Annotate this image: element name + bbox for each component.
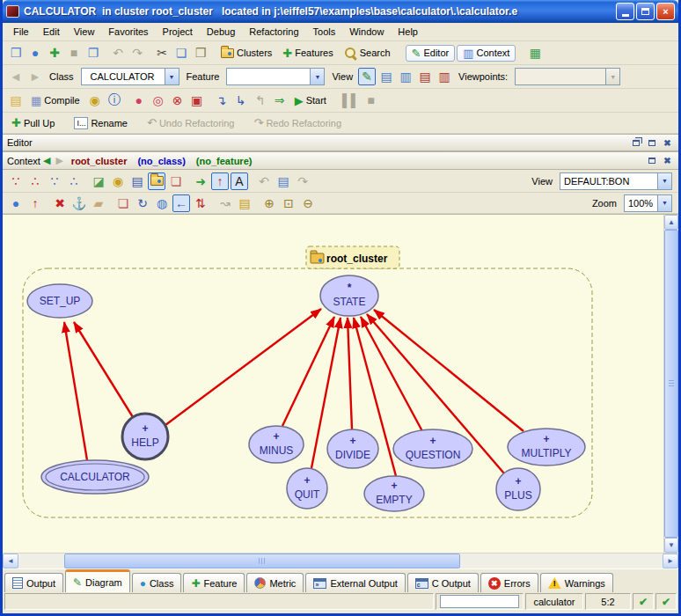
class-color-icon[interactable]: ❏ bbox=[167, 172, 185, 190]
maximize-button[interactable] bbox=[636, 3, 655, 20]
diagram-history-icon[interactable]: ▤ bbox=[275, 172, 292, 190]
vertical-scrollbar[interactable]: ▲ ▼ bbox=[663, 215, 678, 553]
back-history-icon[interactable]: ← bbox=[172, 194, 190, 212]
open-target-icon[interactable]: ● bbox=[26, 44, 44, 62]
features-button[interactable]: ✚Features bbox=[278, 45, 337, 62]
step-into-icon[interactable]: ↳ bbox=[232, 92, 250, 109]
feature-combo[interactable]: ▼ bbox=[226, 68, 325, 85]
formatted-view-icon[interactable]: ▤ bbox=[377, 68, 395, 85]
cluster-tab-root_cluster[interactable]: root_cluster bbox=[306, 246, 399, 268]
diagram-canvas[interactable]: root_clusterSET_UP*STATE+HELPCALCULATOR+… bbox=[3, 215, 663, 553]
title-bar[interactable]: CALCULATOR in cluster root_cluster locat… bbox=[3, 0, 678, 23]
delete-figure-icon[interactable]: ✖ bbox=[51, 194, 69, 212]
text-view-icon[interactable]: ▥ bbox=[397, 68, 414, 85]
context-feature-crumb[interactable]: (no_feature) bbox=[196, 156, 253, 166]
layout-settings-icon[interactable]: ▤ bbox=[236, 194, 253, 212]
info-icon[interactable]: ⓘ bbox=[106, 92, 123, 109]
class-node-EMPTY[interactable]: +EMPTY bbox=[364, 476, 424, 511]
diagram-view-combo[interactable]: DEFAULT:BON ▼ bbox=[560, 172, 672, 190]
class-node-DIVIDE[interactable]: +DIVIDE bbox=[327, 429, 378, 468]
class-node-SET_UP[interactable]: SET_UP bbox=[27, 284, 92, 318]
inheritance-link-CALCULATOR-to-SET_UP[interactable] bbox=[64, 322, 87, 460]
step-over-icon[interactable]: ↴ bbox=[213, 92, 231, 109]
stop-layout-icon[interactable]: ∴ bbox=[65, 172, 83, 190]
fit-screen-icon[interactable]: ⊡ bbox=[280, 194, 297, 212]
start-button[interactable]: ▶Start bbox=[290, 92, 331, 109]
editor-view-icon[interactable]: ✎ bbox=[358, 68, 376, 85]
context-back-icon[interactable]: ◀ bbox=[43, 155, 50, 166]
tab-output[interactable]: Output bbox=[4, 573, 63, 592]
diagram-zoom-combo[interactable]: 100% ▼ bbox=[624, 194, 672, 212]
scroll-up-icon[interactable]: ▲ bbox=[664, 215, 678, 230]
scroll-down-icon[interactable]: ▼ bbox=[664, 538, 678, 553]
close-button[interactable]: × bbox=[656, 3, 675, 20]
context-cluster-crumb[interactable]: root_cluster bbox=[71, 156, 128, 166]
pull-up-button[interactable]: ✚Pull Up bbox=[7, 114, 59, 131]
cluster-figure-icon[interactable]: ∴ bbox=[26, 172, 44, 190]
crop-diagram-icon[interactable]: ◍ bbox=[153, 194, 171, 212]
chevron-down-icon[interactable]: ▼ bbox=[310, 69, 324, 84]
uml-view-icon[interactable]: ▤ bbox=[128, 172, 146, 190]
chevron-down-icon[interactable]: ▼ bbox=[165, 69, 179, 84]
tab-class[interactable]: ●Class bbox=[132, 573, 182, 592]
finalize-seal-icon[interactable]: ◉ bbox=[86, 92, 104, 109]
add-inheritance-icon[interactable]: ↑ bbox=[26, 194, 44, 212]
class-node-QUIT[interactable]: +QUIT bbox=[287, 468, 327, 509]
scroll-left-icon[interactable]: ◄ bbox=[3, 554, 18, 568]
editor-maximize-button[interactable] bbox=[645, 136, 658, 149]
tab-c-output[interactable]: cC Output bbox=[407, 573, 479, 592]
inheritance-link-HELP-to-SET_UP[interactable] bbox=[74, 322, 133, 417]
class-figure-icon[interactable]: ∵ bbox=[7, 172, 25, 190]
save-all-icon[interactable]: ❐ bbox=[84, 44, 102, 62]
cut-icon[interactable]: ✂ bbox=[153, 44, 171, 62]
rotate-icon[interactable]: ↻ bbox=[134, 194, 151, 212]
disable-breakpoints-icon[interactable]: ◎ bbox=[150, 92, 167, 109]
tab-errors[interactable]: ✖Errors bbox=[480, 573, 538, 592]
tab-diagram[interactable]: ✎Diagram bbox=[65, 569, 130, 592]
search-button[interactable]: Search bbox=[340, 45, 395, 62]
class-node-HELP[interactable]: +HELP bbox=[122, 414, 168, 459]
clusters-button[interactable]: Clusters bbox=[216, 46, 276, 60]
create-link-icon[interactable]: ➜ bbox=[192, 172, 209, 190]
inheritance-link-MULTIPLY-to-STATE[interactable] bbox=[374, 310, 524, 431]
export-image-icon[interactable]: ◪ bbox=[90, 172, 107, 190]
inheritance-link-DIVIDE-to-STATE[interactable] bbox=[348, 318, 352, 429]
color-settings-icon[interactable]: ❏ bbox=[114, 194, 132, 212]
enable-breakpoints-icon[interactable]: ● bbox=[130, 92, 148, 109]
class-node-MINUS[interactable]: +MINUS bbox=[249, 426, 304, 463]
menu-help[interactable]: Help bbox=[391, 24, 425, 40]
inheritance-link-QUESTION-to-STATE[interactable] bbox=[361, 317, 422, 431]
menu-edit[interactable]: Edit bbox=[36, 24, 67, 40]
class-node-CALCULATOR[interactable]: CALCULATOR bbox=[41, 460, 149, 494]
menu-debug[interactable]: Debug bbox=[200, 24, 242, 40]
menu-file[interactable]: File bbox=[6, 24, 36, 40]
context-button[interactable]: ▥Context bbox=[457, 45, 516, 62]
menu-project[interactable]: Project bbox=[156, 24, 200, 40]
tab-metric[interactable]: Metric bbox=[246, 573, 304, 592]
zoom-in-icon[interactable]: ⊕ bbox=[260, 194, 278, 212]
menu-tools[interactable]: Tools bbox=[306, 24, 343, 40]
uml-padlock-icon[interactable]: ◉ bbox=[109, 172, 127, 190]
editor-pane-header[interactable]: Editor ✖ bbox=[3, 134, 678, 151]
copy-icon[interactable]: ❏ bbox=[172, 44, 190, 62]
class-node-STATE[interactable]: *STATE bbox=[320, 275, 378, 316]
horizontal-scrollbar[interactable]: ◄ ► bbox=[3, 553, 678, 568]
class-node-QUESTION[interactable]: +QUESTION bbox=[393, 429, 472, 468]
context-close-button[interactable]: ✖ bbox=[661, 155, 674, 167]
chevron-down-icon[interactable]: ▼ bbox=[657, 173, 671, 189]
menu-refactoring[interactable]: Refactoring bbox=[242, 24, 305, 40]
status-search-input[interactable] bbox=[440, 595, 519, 608]
eraser-icon[interactable]: ▰ bbox=[90, 194, 107, 212]
class-node-MULTIPLY[interactable]: +MULTIPLY bbox=[508, 429, 585, 466]
zoom-out-icon[interactable]: ⊖ bbox=[299, 194, 317, 212]
class-combo[interactable]: CALCULATOR▼ bbox=[81, 68, 179, 85]
text-labels-icon[interactable]: A bbox=[231, 172, 248, 190]
horizontal-scroll-thumb[interactable] bbox=[64, 554, 460, 568]
menu-window[interactable]: Window bbox=[342, 24, 391, 40]
run-to-cursor-icon[interactable]: ⇒ bbox=[271, 92, 289, 109]
spring-layout-icon[interactable]: ∵ bbox=[46, 172, 63, 190]
editor-close-button[interactable]: ✖ bbox=[661, 136, 674, 149]
external-commands-icon[interactable]: ▦ bbox=[526, 44, 544, 62]
inheritance-link-icon[interactable]: ↑ bbox=[211, 172, 229, 190]
tab-external-output[interactable]: »External Output bbox=[305, 573, 405, 592]
